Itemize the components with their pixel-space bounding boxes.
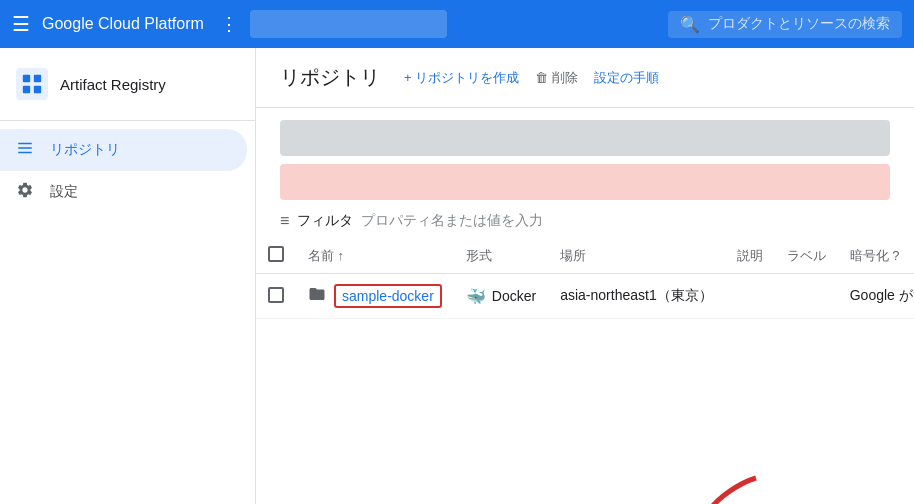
main-layout: Artifact Registry リポジトリ — [0, 48, 914, 504]
sidebar-header: Artifact Registry — [0, 48, 255, 121]
col-encryption-header: 暗号化 ? — [838, 238, 914, 274]
col-labels-header: ラベル — [775, 238, 838, 274]
red-arrow-indicator — [686, 473, 776, 504]
page-actions: + リポジトリを作成 🗑 削除 設定の手順 — [404, 69, 659, 87]
settings-link[interactable]: 設定の手順 — [594, 69, 659, 87]
row-name-cell: sample-docker — [296, 274, 454, 319]
col-name-header: 名前 ↑ — [296, 238, 454, 274]
more-options-icon[interactable]: ⋮ — [220, 13, 238, 35]
search-icon: 🔍 — [680, 15, 700, 34]
col-location-header: 場所 — [548, 238, 725, 274]
row-format-value: Docker — [492, 288, 536, 304]
sidebar-app-icon — [16, 68, 48, 100]
info-banner-gray — [280, 120, 890, 156]
search-placeholder: プロダクトとリソースの検索 — [708, 15, 890, 33]
repository-name-link[interactable]: sample-docker — [334, 284, 442, 308]
docker-icon: 🐳 — [466, 287, 486, 306]
svg-rect-5 — [18, 147, 32, 149]
list-icon — [16, 139, 34, 161]
row-labels-cell — [775, 274, 838, 319]
svg-rect-4 — [18, 143, 32, 145]
repositories-table: 名前 ↑ 形式 場所 説明 ラベ — [256, 238, 914, 319]
col-format-header: 形式 — [454, 238, 548, 274]
main-content: リポジトリ + リポジトリを作成 🗑 削除 設定の手順 ≡ フィルタ プロパティ… — [256, 48, 914, 504]
menu-icon[interactable]: ☰ — [12, 12, 30, 36]
page-header: リポジトリ + リポジトリを作成 🗑 削除 設定の手順 — [256, 48, 914, 108]
table-container: 名前 ↑ 形式 場所 説明 ラベ — [256, 238, 914, 319]
sidebar-app-title: Artifact Registry — [60, 76, 166, 93]
info-banner-pink — [280, 164, 890, 200]
sidebar-item-settings[interactable]: 設定 — [0, 171, 247, 213]
gear-icon — [16, 181, 34, 203]
delete-button[interactable]: 🗑 削除 — [535, 69, 578, 87]
row-location-value: asia-northeast1（東京） — [560, 287, 713, 303]
app-title: Google Cloud Platform — [42, 15, 204, 33]
sidebar-settings-label: 設定 — [50, 183, 78, 201]
name-cell-content: sample-docker — [308, 284, 442, 308]
folder-icon — [308, 285, 326, 307]
filter-input-placeholder[interactable]: プロパティ名または値を入力 — [361, 212, 543, 230]
table-row: sample-docker 🐳 Docker asia-northeas — [256, 274, 914, 319]
row-location-cell: asia-northeast1（東京） — [548, 274, 725, 319]
svg-rect-6 — [18, 152, 32, 154]
svg-rect-2 — [23, 86, 30, 93]
top-bar-logo: Google Cloud Platform — [42, 15, 204, 33]
sidebar-nav: リポジトリ 設定 — [0, 121, 255, 221]
table-body: sample-docker 🐳 Docker asia-northeas — [256, 274, 914, 319]
page-wrapper: ☰ Google Cloud Platform ⋮ 🔍 プロダクトとリソースの検… — [0, 0, 914, 504]
banners — [256, 108, 914, 200]
svg-rect-3 — [34, 86, 41, 93]
filter-icon: ≡ — [280, 212, 289, 230]
row-checkbox-cell — [256, 274, 296, 319]
sidebar-item-repositories[interactable]: リポジトリ — [0, 129, 247, 171]
col-checkbox-header — [256, 238, 296, 274]
row-description-cell — [725, 274, 775, 319]
create-repository-button[interactable]: + リポジトリを作成 — [404, 69, 519, 87]
row-encryption-cell: Google が管 — [838, 274, 914, 319]
svg-rect-1 — [34, 75, 41, 82]
top-bar: ☰ Google Cloud Platform ⋮ 🔍 プロダクトとリソースの検… — [0, 0, 914, 48]
row-encryption-value: Google が管 — [850, 287, 914, 303]
filter-label: フィルタ — [297, 212, 353, 230]
search-bar[interactable]: 🔍 プロダクトとリソースの検索 — [668, 11, 902, 38]
row-format-cell: 🐳 Docker — [454, 274, 548, 319]
svg-rect-0 — [23, 75, 30, 82]
select-all-checkbox[interactable] — [268, 246, 284, 262]
sidebar: Artifact Registry リポジトリ — [0, 48, 256, 504]
row-checkbox[interactable] — [268, 287, 284, 303]
project-selector[interactable] — [250, 10, 447, 38]
sidebar-repositories-label: リポジトリ — [50, 141, 120, 159]
table-header: 名前 ↑ 形式 場所 説明 ラベ — [256, 238, 914, 274]
page-title: リポジトリ — [280, 64, 380, 91]
filter-bar: ≡ フィルタ プロパティ名または値を入力 — [256, 200, 914, 238]
col-description-header: 説明 — [725, 238, 775, 274]
